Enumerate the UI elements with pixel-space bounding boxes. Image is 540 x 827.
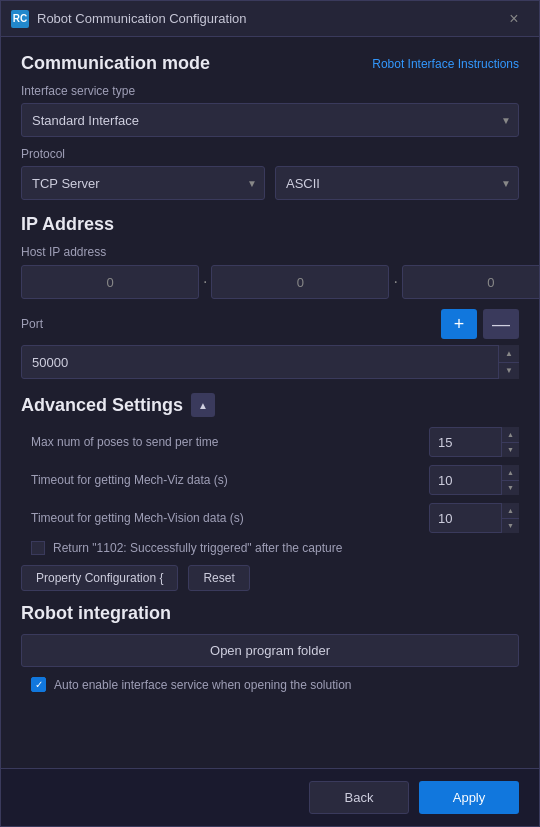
close-button[interactable]: × [499, 4, 529, 34]
ip-octet-1[interactable] [21, 265, 199, 299]
timeout-viz-down[interactable]: ▼ [502, 481, 519, 496]
timeout-vision-down[interactable]: ▼ [502, 519, 519, 534]
max-poses-spinbox: ▲ ▼ [429, 427, 519, 457]
port-spin-down[interactable]: ▼ [499, 363, 519, 380]
ip-dot-2: · [389, 273, 401, 291]
port-minus-button[interactable]: — [483, 309, 519, 339]
max-poses-arrows: ▲ ▼ [501, 427, 519, 457]
robot-integration-title: Robot integration [21, 603, 519, 624]
timeout-viz-arrows: ▲ ▼ [501, 465, 519, 495]
port-spin-up[interactable]: ▲ [499, 345, 519, 363]
timeout-viz-row: Timeout for getting Mech-Viz data (s) ▲ … [21, 465, 519, 495]
timeout-vision-spinbox: ▲ ▼ [429, 503, 519, 533]
app-icon: RC [11, 10, 29, 28]
interface-select-wrapper: Standard Interface ▼ [21, 103, 519, 137]
apply-button[interactable]: Apply [419, 781, 519, 814]
content-area: Communication mode Robot Interface Instr… [1, 37, 539, 768]
titlebar: RC Robot Communication Configuration × [1, 1, 539, 37]
comm-mode-header: Communication mode Robot Interface Instr… [21, 53, 519, 74]
collapse-button[interactable]: ▲ [191, 393, 215, 417]
timeout-vision-row: Timeout for getting Mech-Vision data (s)… [21, 503, 519, 533]
interface-label: Interface service type [21, 84, 519, 98]
main-window: RC Robot Communication Configuration × C… [0, 0, 540, 827]
ip-address-row: · · · [21, 265, 519, 299]
protocol-row: TCP Server ▼ ASCII ▼ [21, 166, 519, 200]
port-row: Port + — [21, 309, 519, 339]
ip-section-title: IP Address [21, 214, 519, 235]
protocol-right-select[interactable]: ASCII [275, 166, 519, 200]
port-spinbox-wrapper: ▲ ▼ [21, 345, 519, 379]
host-ip-label: Host IP address [21, 245, 519, 259]
max-poses-label: Max num of poses to send per time [21, 435, 429, 449]
advanced-header: Advanced Settings ▲ [21, 393, 519, 417]
auto-enable-row: ✓ Auto enable interface service when ope… [21, 677, 519, 692]
ip-dot-1: · [199, 273, 211, 291]
protocol-label: Protocol [21, 147, 519, 161]
bottom-bar: Back Apply [1, 768, 539, 826]
protocol-left-select[interactable]: TCP Server [21, 166, 265, 200]
port-input[interactable] [21, 345, 519, 379]
timeout-vision-label: Timeout for getting Mech-Vision data (s) [21, 511, 429, 525]
timeout-viz-label: Timeout for getting Mech-Viz data (s) [21, 473, 429, 487]
capture-checkbox-label: Return "1102: Successfully triggered" af… [53, 541, 342, 555]
property-config-button[interactable]: Property Configuration { [21, 565, 178, 591]
max-poses-down[interactable]: ▼ [502, 443, 519, 458]
ip-octet-2[interactable] [211, 265, 389, 299]
timeout-vision-arrows: ▲ ▼ [501, 503, 519, 533]
interface-select[interactable]: Standard Interface [21, 103, 519, 137]
open-folder-button[interactable]: Open program folder [21, 634, 519, 667]
capture-checkbox[interactable] [31, 541, 45, 555]
port-label: Port [21, 317, 441, 331]
timeout-vision-up[interactable]: ▲ [502, 503, 519, 519]
port-spin-arrows: ▲ ▼ [498, 345, 519, 379]
window-title: Robot Communication Configuration [37, 11, 499, 26]
back-button[interactable]: Back [309, 781, 409, 814]
capture-checkbox-row: Return "1102: Successfully triggered" af… [21, 541, 519, 555]
instructions-link[interactable]: Robot Interface Instructions [372, 57, 519, 71]
timeout-viz-spinbox: ▲ ▼ [429, 465, 519, 495]
protocol-left-wrapper: TCP Server ▼ [21, 166, 265, 200]
auto-enable-label: Auto enable interface service when openi… [54, 678, 352, 692]
auto-enable-checkbox[interactable]: ✓ [31, 677, 46, 692]
comm-mode-title: Communication mode [21, 53, 210, 74]
reset-button[interactable]: Reset [188, 565, 249, 591]
max-poses-up[interactable]: ▲ [502, 427, 519, 443]
timeout-viz-up[interactable]: ▲ [502, 465, 519, 481]
protocol-right-wrapper: ASCII ▼ [275, 166, 519, 200]
robot-integration-section: Robot integration Open program folder ✓ … [21, 603, 519, 692]
port-plus-button[interactable]: + [441, 309, 477, 339]
advanced-title: Advanced Settings [21, 395, 183, 416]
max-poses-row: Max num of poses to send per time ▲ ▼ [21, 427, 519, 457]
prop-reset-row: Property Configuration { Reset [21, 565, 519, 591]
ip-octet-3[interactable] [402, 265, 539, 299]
